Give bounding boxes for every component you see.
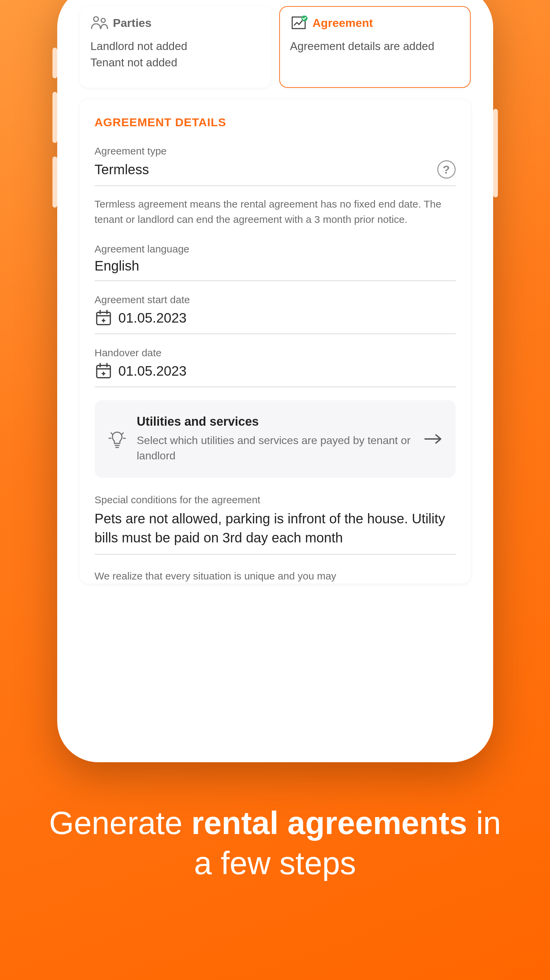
- tab-parties[interactable]: Parties Landlord not added Tenant not ad…: [80, 6, 271, 88]
- input-language[interactable]: English: [95, 258, 456, 281]
- agreement-details-card: AGREEMENT DETAILS Agreement type Termles…: [80, 99, 471, 584]
- label-special-conditions: Special conditions for the agreement: [95, 494, 456, 506]
- input-special-conditions[interactable]: Pets are not allowed, parking is infront…: [95, 509, 456, 555]
- tab-parties-line1: Landlord not added: [91, 38, 260, 54]
- value-language: English: [95, 258, 456, 274]
- label-agreement-type: Agreement type: [95, 145, 456, 157]
- value-special-conditions: Pets are not allowed, parking is infront…: [95, 509, 456, 547]
- value-start-date: 01.05.2023: [118, 310, 456, 326]
- special-conditions-footnote: We realize that every situation is uniqu…: [95, 568, 456, 584]
- tab-parties-title: Parties: [113, 16, 151, 30]
- phone-button-vol-up: [53, 92, 57, 143]
- field-agreement-type: Agreement type Termless ?: [95, 145, 456, 186]
- label-start-date: Agreement start date: [95, 294, 456, 305]
- label-handover-date: Handover date: [95, 347, 456, 359]
- phone-button-vol-down: [53, 156, 57, 208]
- input-handover-date[interactable]: 01.05.2023: [95, 362, 456, 387]
- tab-agreement-head: Agreement: [290, 16, 460, 30]
- field-language: Agreement language English: [95, 243, 456, 281]
- utilities-title: Utilities and services: [137, 414, 413, 429]
- utilities-card[interactable]: Utilities and services Select which util…: [95, 400, 456, 478]
- tab-parties-line2: Tenant not added: [91, 54, 260, 71]
- explainer-agreement-type: Termless agreement means the rental agre…: [95, 196, 456, 227]
- svg-rect-3: [97, 312, 110, 325]
- svg-rect-4: [97, 366, 110, 378]
- tab-agreement[interactable]: Agreement Agreement details are added: [279, 6, 471, 88]
- setup-tabs: Parties Landlord not added Tenant not ad…: [80, 3, 471, 96]
- calendar-icon: [95, 362, 112, 380]
- input-agreement-type[interactable]: Termless ?: [95, 160, 456, 186]
- value-handover-date: 01.05.2023: [118, 363, 456, 379]
- calendar-icon: [95, 309, 112, 327]
- svg-point-1: [101, 18, 105, 22]
- headline-bold: rental agreements: [191, 805, 467, 841]
- label-language: Agreement language: [95, 243, 456, 255]
- tab-parties-body: Landlord not added Tenant not added: [91, 38, 260, 71]
- lightbulb-icon: [107, 429, 128, 449]
- arrow-right-icon: [423, 432, 443, 446]
- utilities-desc: Select which utilities and services are …: [137, 433, 413, 463]
- marketing-headline: Generate rental agreements in a few step…: [0, 803, 550, 883]
- help-icon[interactable]: ?: [437, 160, 456, 179]
- phone-button-silent: [53, 48, 57, 78]
- phone-button-power: [493, 109, 498, 197]
- field-special-conditions: Special conditions for the agreement Pet…: [95, 494, 456, 555]
- utilities-text: Utilities and services Select which util…: [137, 414, 413, 463]
- app-screen: Parties Landlord not added Tenant not ad…: [66, 0, 484, 753]
- card-title: AGREEMENT DETAILS: [95, 116, 456, 129]
- phone-screen: Parties Landlord not added Tenant not ad…: [66, 0, 484, 753]
- svg-point-0: [94, 17, 99, 21]
- input-start-date[interactable]: 01.05.2023: [95, 309, 456, 334]
- tab-parties-head: Parties: [91, 16, 260, 30]
- document-check-icon: [290, 16, 308, 30]
- headline-pre: Generate: [49, 805, 191, 841]
- field-start-date: Agreement start date 01.05.2023: [95, 294, 456, 334]
- tab-agreement-body: Agreement details are added: [290, 38, 460, 54]
- tab-agreement-title: Agreement: [312, 16, 373, 30]
- people-icon: [91, 16, 108, 30]
- field-handover-date: Handover date 01.05.2023: [95, 347, 456, 387]
- value-agreement-type: Termless: [95, 162, 431, 177]
- phone-frame: Parties Landlord not added Tenant not ad…: [57, 0, 493, 762]
